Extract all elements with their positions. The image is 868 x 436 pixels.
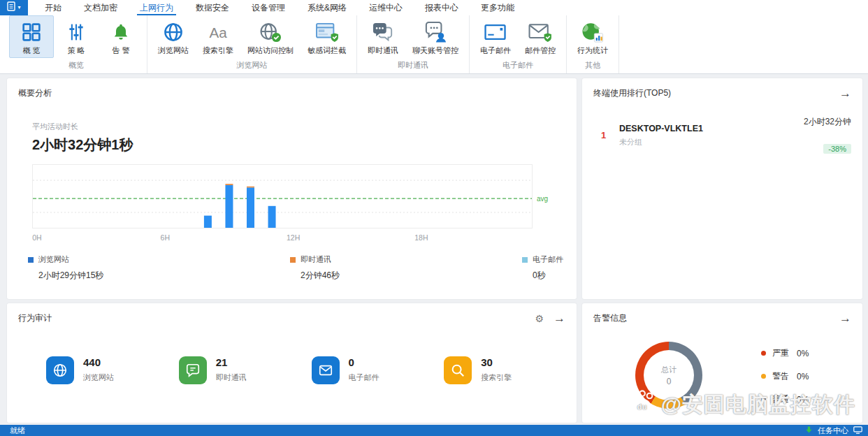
gear-icon[interactable]: ⚙ <box>535 314 544 324</box>
tab-ops-center[interactable]: 运维中心 <box>358 0 414 15</box>
mail-shield-icon <box>528 20 553 45</box>
svg-text:Aa: Aa <box>209 24 227 41</box>
panel-summary: 概要分析 平均活动时长 2小时32分钟1秒 avg0H6H12H18H 浏览网站… <box>7 78 577 299</box>
avg-duration-label: 平均活动时长 <box>32 122 577 132</box>
svg-text:6H: 6H <box>161 233 170 242</box>
grid-icon <box>22 20 41 45</box>
ribbon-item-label: 告 警 <box>112 45 129 56</box>
ranking-list: 1DESKTOP-VLKTLE1未分组2小时32分钟-38% <box>582 99 862 154</box>
avg-duration-value: 2小时32分钟1秒 <box>32 136 577 154</box>
ribbon-item-sensitive-word-block[interactable]: 敏感词拦截 <box>301 15 353 58</box>
alarm-legend-value: 0% <box>797 349 809 358</box>
app-menu-button[interactable]: ▾ <box>0 0 28 15</box>
dashboard: 概要分析 平均活动时长 2小时32分钟1秒 avg0H6H12H18H 浏览网站… <box>0 74 868 425</box>
ribbon-item-overview[interactable]: 概 览 <box>9 15 54 58</box>
tab-data-security[interactable]: 数据安全 <box>185 0 240 15</box>
monitor-icon[interactable] <box>853 426 862 435</box>
panel-title: 终端使用排行(TOP5) <box>593 87 671 99</box>
legend-label: 浏览网站 <box>38 254 69 265</box>
alarm-legend-item: 严重0% <box>761 347 809 359</box>
ribbon-group-label: 其他 <box>570 59 615 73</box>
alarm-legend-value: 0% <box>797 372 809 382</box>
chart-legend-item: 浏览网站2小时29分钟15秒 <box>28 254 290 282</box>
alarm-donut-chart: 总计 0 <box>635 342 702 409</box>
ribbon-item-label: 聊天账号管控 <box>412 45 458 56</box>
tab-device-mgmt[interactable]: 设备管理 <box>240 0 296 15</box>
usage-duration: 2小时32分钟 <box>804 116 851 128</box>
ribbon-toolbar: 概 览策 略告 警概览浏览网站Aa搜索引擎网站访问控制敏感词拦截浏览网站即时通讯… <box>0 15 868 74</box>
ribbon-item-mail-control[interactable]: 邮件管控 <box>518 15 563 58</box>
ribbon-item-label: 电子邮件 <box>480 45 511 56</box>
ribbon-item-label: 浏览网站 <box>158 45 189 56</box>
stat-label: 搜索引擎 <box>481 372 512 383</box>
bar-chart-svg: avg0H6H12H18H <box>32 164 552 242</box>
panel-alarm-info: 告警信息 → 总计 0 严重0%警告0%普通0% <box>582 303 862 423</box>
arrow-right-icon[interactable]: → <box>839 312 851 324</box>
task-center-link[interactable]: 任务中心 <box>818 426 848 436</box>
chart-legend-item: 电子邮件0秒 <box>522 254 563 282</box>
globe-tile-icon <box>46 356 74 384</box>
alarm-legend-value: 0% <box>797 395 809 405</box>
tab-web-behavior[interactable]: 上网行为 <box>129 0 185 15</box>
audit-stats-row: 440浏览网站21即时通讯0电子邮件30搜索引擎 <box>46 356 577 384</box>
audit-stat-browse-web[interactable]: 440浏览网站 <box>46 356 179 384</box>
ranking-row[interactable]: 1DESKTOP-VLKTLE1未分组2小时32分钟-38% <box>582 99 862 154</box>
ribbon-item-email[interactable]: 电子邮件 <box>473 15 518 58</box>
svg-text:0H: 0H <box>32 233 41 242</box>
ribbon-group-im: 即时通讯聊天账号管控即时通讯 <box>357 15 470 73</box>
panel-terminal-ranking: 终端使用排行(TOP5) → 1DESKTOP-VLKTLE1未分组2小时32分… <box>582 78 862 299</box>
stat-value: 0 <box>349 356 379 368</box>
status-bar: 就绪 任务中心 <box>0 425 868 436</box>
arrow-right-icon[interactable]: → <box>839 87 851 99</box>
audit-stat-im[interactable]: 21即时通讯 <box>179 356 312 384</box>
ribbon-item-alarm[interactable]: 告 警 <box>99 15 143 58</box>
tab-more-features[interactable]: 更多功能 <box>470 0 526 15</box>
ribbon-group-label: 浏览网站 <box>151 59 353 73</box>
ribbon-item-label: 搜索引擎 <box>203 45 233 56</box>
ribbon-item-policy[interactable]: 策 略 <box>54 15 99 58</box>
alarm-legend-label: 警告 <box>772 370 789 382</box>
legend-swatch <box>290 257 296 263</box>
tab-doc-encrypt[interactable]: 文档加密 <box>73 0 129 15</box>
ribbon-item-behavior-stats[interactable]: 行为统计 <box>570 15 615 58</box>
ribbon-item-browse-web[interactable]: 浏览网站 <box>151 15 196 58</box>
stat-label: 浏览网站 <box>83 372 114 383</box>
ribbon-item-chat-account-control[interactable]: 聊天账号管控 <box>405 15 465 58</box>
terminal-name: DESKTOP-VLKTLE1 <box>619 124 804 133</box>
alarm-legend-item: 警告0% <box>761 370 809 382</box>
main-tabs: 开始文档加密上网行为数据安全设备管理系统&网络运维中心报表中心更多功能 <box>34 0 526 15</box>
browser-shield-icon <box>314 20 340 45</box>
globe-stats-icon <box>581 20 605 45</box>
legend-swatch <box>522 257 528 263</box>
ribbon-item-im[interactable]: 即时通讯 <box>361 15 405 58</box>
task-center-down-icon <box>805 426 813 435</box>
arrow-right-icon[interactable]: → <box>554 312 565 324</box>
audit-stat-email[interactable]: 0电子邮件 <box>312 356 444 384</box>
stat-value: 440 <box>83 356 114 368</box>
svg-text:avg: avg <box>537 195 548 203</box>
ribbon-item-site-access-control[interactable]: 网站访问控制 <box>240 15 301 58</box>
globe-check-icon <box>259 20 282 45</box>
tab-start[interactable]: 开始 <box>34 0 73 15</box>
chevron-down-icon: ▾ <box>17 5 20 10</box>
panel-audit-head: 行为审计 ⚙ → <box>7 303 577 324</box>
alarm-legend-item: 普通0% <box>761 393 809 405</box>
alarm-legend-label: 严重 <box>772 347 789 359</box>
legend-dot <box>761 397 766 402</box>
ribbon-group-browse-web: 浏览网站Aa搜索引擎网站访问控制敏感词拦截浏览网站 <box>147 15 357 73</box>
stat-value: 21 <box>216 356 247 368</box>
legend-value: 2小时29分钟15秒 <box>38 270 290 282</box>
alarm-legend: 严重0%警告0%普通0% <box>761 342 809 416</box>
tab-report-center[interactable]: 报表中心 <box>414 0 470 15</box>
ribbon-item-search-engine[interactable]: Aa搜索引擎 <box>196 15 240 58</box>
tab-system-network[interactable]: 系统&网络 <box>296 0 358 15</box>
stat-label: 电子邮件 <box>349 372 379 383</box>
svg-text:18H: 18H <box>414 233 428 242</box>
panel-summary-head: 概要分析 <box>7 78 577 99</box>
sliders-icon <box>66 20 86 45</box>
audit-stat-search-engine[interactable]: 30搜索引擎 <box>444 356 577 384</box>
alarm-legend-label: 普通 <box>772 393 789 405</box>
ribbon-item-label: 行为统计 <box>577 45 608 56</box>
chat-icon <box>371 20 395 45</box>
rank-number: 1 <box>601 130 612 140</box>
